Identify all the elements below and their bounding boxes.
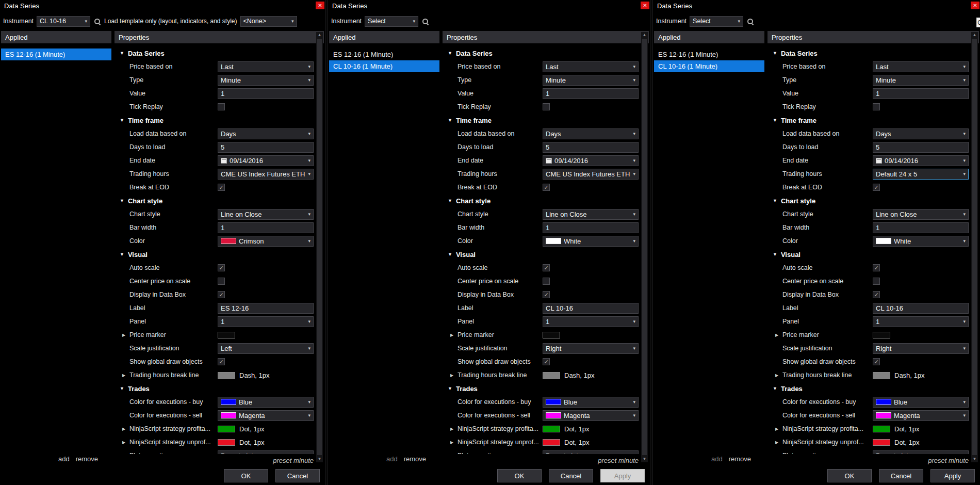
color-for-executions-buy-select[interactable]: Blue▾ bbox=[873, 397, 969, 408]
category-time-frame[interactable]: ▼Time frame bbox=[767, 114, 979, 127]
load-data-based-on-select[interactable]: Days▾ bbox=[218, 128, 314, 139]
display-in-data-box-checkbox[interactable]: ✓ bbox=[218, 291, 225, 298]
category-visual[interactable]: ▼Visual bbox=[767, 248, 979, 261]
expand-icon[interactable]: ▶ bbox=[775, 333, 778, 337]
color-for-executions-sell-select[interactable]: Magenta▾ bbox=[218, 410, 314, 421]
plot-executions-select[interactable]: Do not plot▾ bbox=[873, 450, 969, 455]
panel-select[interactable]: 1▾ bbox=[543, 316, 639, 327]
trading-hours-select[interactable]: CME US Index Futures ETH▾ bbox=[543, 169, 639, 180]
category-time-frame[interactable]: ▼Time frame bbox=[443, 114, 649, 127]
trading-hours-select[interactable]: Default 24 x 5▾ bbox=[873, 169, 969, 180]
show-global-draw-objects-checkbox[interactable]: ✓ bbox=[218, 358, 225, 365]
label-input[interactable] bbox=[218, 303, 314, 314]
search-icon[interactable] bbox=[421, 18, 429, 25]
scrollbar[interactable]: ▲ ▼ bbox=[316, 32, 323, 462]
label-input[interactable] bbox=[873, 303, 969, 314]
category-trades[interactable]: ▼Trades bbox=[767, 382, 979, 395]
instrument-select[interactable]: Select ▾ bbox=[365, 16, 418, 27]
applied-item[interactable]: ES 12-16 (1 Minute) bbox=[654, 48, 764, 60]
expand-icon[interactable]: ▶ bbox=[450, 333, 453, 337]
auto-scale-checkbox[interactable]: ✓ bbox=[873, 264, 880, 271]
type-select[interactable]: Minute▾ bbox=[218, 75, 314, 86]
instrument-select[interactable]: Select ▾ bbox=[690, 16, 743, 27]
break-at-eod-checkbox[interactable]: ✓ bbox=[873, 184, 880, 191]
color-select[interactable]: White▾ bbox=[543, 236, 639, 247]
panel-select[interactable]: 1▾ bbox=[873, 316, 969, 327]
value-input[interactable] bbox=[873, 88, 969, 99]
plot-executions-select[interactable]: Do not plot▾ bbox=[218, 450, 314, 455]
remove-link[interactable]: remove bbox=[76, 455, 98, 463]
value-input[interactable] bbox=[218, 88, 314, 99]
expand-icon[interactable]: ▶ bbox=[122, 373, 125, 378]
cancel-button[interactable]: Cancel bbox=[549, 469, 593, 482]
scale-justification-select[interactable]: Left▾ bbox=[218, 343, 314, 354]
scrollbar[interactable]: ▲ ▼ bbox=[971, 32, 978, 462]
chart-style-select[interactable]: Line on Close▾ bbox=[873, 209, 969, 220]
ok-button[interactable]: OK bbox=[224, 469, 268, 482]
add-link[interactable]: add bbox=[58, 455, 70, 463]
scroll-down-icon[interactable]: ▼ bbox=[318, 456, 322, 462]
add-link[interactable]: add bbox=[386, 455, 398, 463]
auto-scale-checkbox[interactable]: ✓ bbox=[218, 264, 225, 271]
show-global-draw-objects-checkbox[interactable]: ✓ bbox=[873, 358, 880, 365]
load-data-based-on-select[interactable]: Days▾ bbox=[873, 128, 969, 139]
label-input[interactable] bbox=[543, 303, 639, 314]
template-select[interactable]: <None> ▾ bbox=[240, 16, 297, 27]
auto-scale-checkbox[interactable]: ✓ bbox=[543, 264, 550, 271]
end-date-select[interactable]: 09/14/2016▾ bbox=[873, 155, 969, 166]
expand-icon[interactable]: ▶ bbox=[775, 440, 778, 445]
cancel-button[interactable]: Cancel bbox=[879, 469, 923, 482]
color-for-executions-sell-select[interactable]: Magenta▾ bbox=[543, 410, 639, 421]
apply-button[interactable]: Apply bbox=[930, 469, 975, 482]
scroll-thumb[interactable] bbox=[317, 39, 322, 455]
chart-style-select[interactable]: Line on Close▾ bbox=[218, 209, 314, 220]
scroll-down-icon[interactable]: ▼ bbox=[973, 456, 977, 462]
cancel-button[interactable]: Cancel bbox=[275, 469, 320, 482]
category-chart-style[interactable]: ▼Chart style bbox=[115, 194, 324, 207]
days-to-load-input[interactable] bbox=[543, 142, 639, 153]
load-data-based-on-select[interactable]: Days▾ bbox=[543, 128, 639, 139]
display-in-data-box-checkbox[interactable]: ✓ bbox=[543, 291, 550, 298]
expand-icon[interactable]: ▶ bbox=[450, 440, 453, 445]
category-trades[interactable]: ▼Trades bbox=[115, 382, 324, 395]
ok-button[interactable]: OK bbox=[827, 469, 872, 482]
color-select[interactable]: White▾ bbox=[873, 236, 969, 247]
price-marker-swatch[interactable] bbox=[873, 332, 890, 338]
tick-replay-checkbox[interactable] bbox=[873, 103, 880, 110]
category-trades[interactable]: ▼Trades bbox=[443, 382, 649, 395]
add-link[interactable]: add bbox=[711, 455, 723, 463]
price-based-on-select[interactable]: Last▾ bbox=[873, 61, 969, 72]
close-button[interactable]: ✕ bbox=[641, 2, 649, 9]
display-in-data-box-checkbox[interactable]: ✓ bbox=[873, 291, 880, 298]
scroll-up-icon[interactable]: ▲ bbox=[318, 32, 322, 38]
scroll-thumb[interactable] bbox=[972, 39, 977, 455]
color-for-executions-buy-select[interactable]: Blue▾ bbox=[218, 397, 314, 408]
end-date-select[interactable]: 09/14/2016▾ bbox=[218, 155, 314, 166]
tick-replay-checkbox[interactable] bbox=[543, 103, 550, 110]
expand-icon[interactable]: ▶ bbox=[122, 427, 125, 431]
price-marker-swatch[interactable] bbox=[218, 332, 235, 338]
chart-style-select[interactable]: Line on Close▾ bbox=[543, 209, 639, 220]
price-marker-swatch[interactable] bbox=[543, 332, 560, 338]
scroll-up-icon[interactable]: ▲ bbox=[973, 32, 977, 38]
center-price-on-scale-checkbox[interactable] bbox=[873, 278, 880, 285]
category-visual[interactable]: ▼Visual bbox=[443, 248, 649, 261]
type-select[interactable]: Minute▾ bbox=[873, 75, 969, 86]
color-select[interactable]: Crimson▾ bbox=[218, 236, 314, 247]
expand-icon[interactable]: ▶ bbox=[122, 333, 125, 337]
scroll-up-icon[interactable]: ▲ bbox=[643, 32, 647, 38]
expand-icon[interactable]: ▶ bbox=[775, 373, 778, 378]
category-time-frame[interactable]: ▼Time frame bbox=[115, 114, 324, 127]
color-for-executions-buy-select[interactable]: Blue▾ bbox=[543, 397, 639, 408]
price-based-on-select[interactable]: Last▾ bbox=[218, 61, 314, 72]
category-data-series[interactable]: ▼Data Series bbox=[443, 46, 649, 60]
close-button[interactable]: ✕ bbox=[971, 2, 979, 9]
bar-width-input[interactable] bbox=[873, 222, 969, 233]
break-at-eod-checkbox[interactable]: ✓ bbox=[543, 184, 550, 191]
break-at-eod-checkbox[interactable]: ✓ bbox=[218, 184, 225, 191]
color-for-executions-sell-select[interactable]: Magenta▾ bbox=[873, 410, 969, 421]
end-date-select[interactable]: 09/14/2016▾ bbox=[543, 155, 639, 166]
scroll-down-icon[interactable]: ▼ bbox=[643, 456, 647, 462]
preset-link[interactable]: preset minute bbox=[273, 457, 314, 464]
days-to-load-input[interactable] bbox=[873, 142, 969, 153]
